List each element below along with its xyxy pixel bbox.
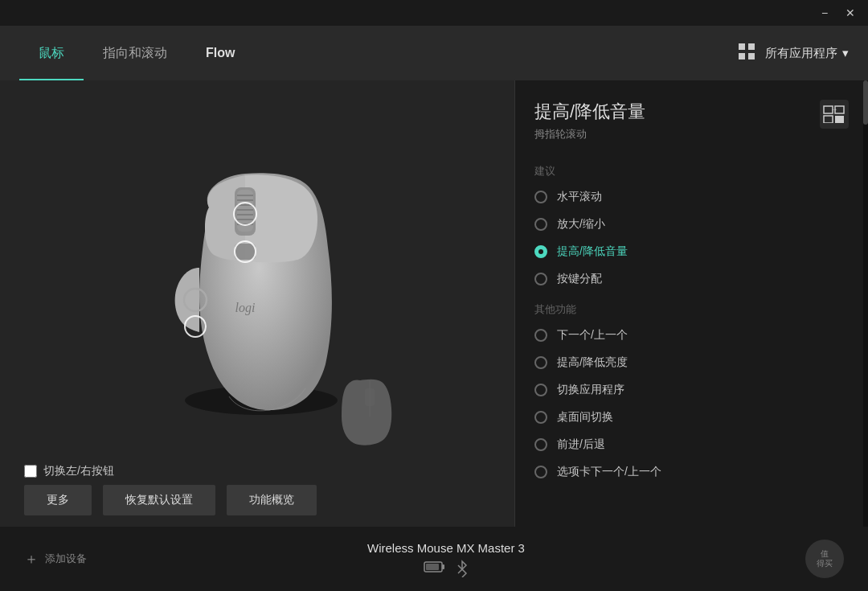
option-brightness[interactable]: 提高/降低亮度 [515, 349, 868, 376]
radio-switchapp [534, 384, 547, 396]
switch-button-label: 切换左/右按钮 [43, 464, 114, 478]
radio-volume [534, 245, 547, 258]
mouse-panel: logi [0, 80, 514, 527]
switch-button-row: 切换左/右按钮 [24, 464, 114, 478]
option-tabswitch[interactable]: 选项卡下一个/上一个 [515, 458, 868, 486]
panel-icon-button[interactable]: → [820, 100, 849, 129]
panel-body: 建议 水平滚动 放大/缩小 提高/降低音量 按键分配 其他功能 下一个/ [515, 148, 868, 527]
radio-forwardback [534, 438, 547, 451]
footer: ＋ 添加设备 Wireless Mouse MX Master 3 值得买 [0, 527, 868, 591]
svg-text:logi: logi [235, 301, 256, 315]
tab-flow[interactable]: Flow [186, 26, 254, 80]
radio-keyassign [534, 273, 547, 285]
radio-horizontal [534, 191, 547, 203]
tab-pointer[interactable]: 指向和滚动 [84, 26, 186, 80]
radio-zoom [534, 218, 547, 231]
mouse-illustration: logi [104, 143, 410, 465]
more-button[interactable]: 更多 [24, 485, 92, 515]
option-desktop[interactable]: 桌面间切换 [515, 404, 868, 431]
svg-rect-24 [824, 116, 833, 123]
footer-center: Wireless Mouse MX Master 3 [87, 541, 805, 577]
dropdown-panel: 提高/降低音量 拇指轮滚动 → 建议 水平滚动 [514, 80, 868, 527]
radio-brightness [534, 356, 547, 369]
svg-rect-28 [442, 564, 444, 569]
title-bar: − ✕ [0, 0, 868, 26]
scrollbar-track[interactable] [863, 80, 868, 527]
radio-desktop [534, 411, 547, 424]
main-content: logi [0, 80, 868, 527]
option-nextprev[interactable]: 下一个/上一个 [515, 322, 868, 349]
add-device-icon: ＋ [24, 549, 39, 568]
svg-rect-2 [739, 53, 745, 60]
option-zoom[interactable]: 放大/缩小 [515, 211, 868, 238]
svg-rect-25 [835, 116, 844, 123]
reset-button[interactable]: 恢复默认设置 [103, 485, 215, 515]
battery-icon [424, 560, 446, 574]
option-volume[interactable]: 提高/降低音量 [515, 238, 868, 265]
section-label-suggestions: 建议 [515, 154, 868, 183]
tab-mouse[interactable]: 鼠标 [19, 26, 84, 80]
panel-title: 提高/降低音量 [534, 100, 645, 124]
svg-rect-1 [748, 43, 755, 50]
app-selector[interactable]: 所有应用程序 ▾ [765, 46, 849, 61]
panel-title-group: 提高/降低音量 拇指轮滚动 [534, 100, 645, 142]
option-keyassign[interactable]: 按键分配 [515, 265, 868, 293]
panel-header: 提高/降低音量 拇指轮滚动 → [515, 80, 868, 148]
device-name: Wireless Mouse MX Master 3 [367, 541, 525, 555]
option-switchapp[interactable]: 切换应用程序 [515, 376, 868, 404]
svg-rect-21 [365, 388, 375, 406]
add-device-button[interactable]: ＋ 添加设备 [24, 549, 87, 568]
brand-watermark: 值得买 [805, 540, 844, 578]
radio-nextprev [534, 329, 547, 342]
header: 鼠标 指向和滚动 Flow 所有应用程序 ▾ [0, 26, 868, 80]
device-status-icons [424, 560, 469, 577]
option-forwardback[interactable]: 前进/后退 [515, 431, 868, 458]
scrollbar-thumb [863, 80, 868, 125]
action-buttons-row: 更多 恢复默认设置 功能概览 [24, 485, 317, 515]
header-right: 所有应用程序 ▾ [738, 26, 849, 80]
panel-subtitle: 拇指轮滚动 [534, 127, 645, 142]
overview-button[interactable]: 功能概览 [227, 485, 317, 515]
footer-right: 值得买 [805, 540, 844, 578]
svg-text:→: → [831, 105, 838, 113]
svg-rect-0 [739, 43, 745, 50]
minimize-button[interactable]: − [813, 2, 836, 24]
bluetooth-icon [456, 560, 469, 577]
svg-rect-29 [426, 564, 439, 570]
grid-icon[interactable] [738, 43, 755, 64]
switch-button-checkbox[interactable] [24, 465, 37, 478]
radio-tabswitch [534, 466, 547, 478]
svg-rect-3 [748, 53, 755, 60]
svg-rect-14 [235, 244, 256, 260]
close-button[interactable]: ✕ [839, 2, 862, 24]
svg-line-31 [458, 569, 462, 573]
option-horizontal[interactable]: 水平滚动 [515, 183, 868, 211]
section-label-other: 其他功能 [515, 293, 868, 322]
small-mouse-preview [338, 376, 402, 449]
